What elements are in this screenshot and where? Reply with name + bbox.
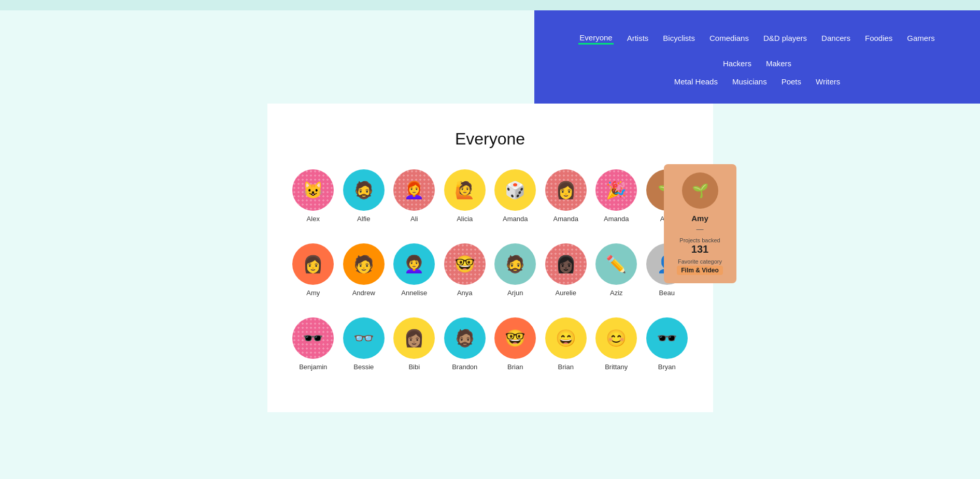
nav-item-dancers[interactable]: Dancers xyxy=(820,32,851,45)
nav-item-writers[interactable]: Writers xyxy=(815,75,841,88)
person-card[interactable]: ✏️ Aziz xyxy=(591,243,642,297)
person-name: Alfie xyxy=(357,215,370,223)
nav-item-hackers[interactable]: Hackers xyxy=(722,57,752,70)
projects-backed-label: Projects backed xyxy=(679,237,720,243)
people-row-1: 😺 Alex 🧔 Alfie 👩‍🦰 Ali xyxy=(288,169,692,223)
person-name: Amanda xyxy=(553,215,578,223)
nav-item-dandd-players[interactable]: D&D players xyxy=(762,32,808,45)
favorite-category-value: Film & Video xyxy=(677,266,722,275)
person-name: Amanda xyxy=(503,215,528,223)
person-name: Brian xyxy=(558,363,574,371)
person-name: Bibi xyxy=(408,363,420,371)
person-card[interactable]: 🧔 Alfie xyxy=(338,169,389,223)
person-name: Amy xyxy=(306,289,320,297)
nav-item-makers[interactable]: Makers xyxy=(765,57,792,70)
person-name: Bessie xyxy=(353,363,374,371)
nav-item-everyone[interactable]: Everyone xyxy=(578,31,613,45)
person-card-amy-selected[interactable]: 🌱 Amy 🌱 Amy — Projects backed 131 Favori… xyxy=(642,169,692,223)
projects-backed-value: 131 xyxy=(691,243,708,255)
person-name: Andrew xyxy=(352,289,375,297)
person-name: Annelise xyxy=(401,289,427,297)
person-name: Bryan xyxy=(658,363,676,371)
favorite-category-label: Favorite category xyxy=(678,258,722,265)
nav-item-poets[interactable]: Poets xyxy=(780,75,802,88)
nav-item-gamers[interactable]: Gamers xyxy=(906,32,935,45)
person-card[interactable]: 👩‍🦰 Ali xyxy=(389,169,440,223)
nav-item-artists[interactable]: Artists xyxy=(626,32,650,45)
person-card[interactable]: 🕶️ Bryan xyxy=(642,317,692,371)
person-card[interactable]: 👩‍🦱 Annelise xyxy=(389,243,440,297)
person-name: Aurelie xyxy=(556,289,576,297)
person-name: Brittany xyxy=(605,363,628,371)
header-banner: EveryoneArtistsBicyclistsComediansD&D pl… xyxy=(534,10,980,104)
person-card[interactable]: 👩🏽 Bibi xyxy=(389,317,440,371)
person-card[interactable]: 🕶️ Benjamin xyxy=(288,317,339,371)
person-card[interactable]: 🙋 Alicia xyxy=(439,169,490,223)
person-name: Aziz xyxy=(610,289,623,297)
nav-item-comedians[interactable]: Comedians xyxy=(708,32,750,45)
people-grid: 😺 Alex 🧔 Alfie 👩‍🦰 Ali xyxy=(288,169,692,371)
tooltip-dash: — xyxy=(697,225,704,233)
person-name: Brian xyxy=(507,363,523,371)
person-card[interactable]: 🎉 Amanda xyxy=(591,169,642,223)
person-name: Alicia xyxy=(457,215,473,223)
nav-item-foodies[interactable]: Foodies xyxy=(864,32,893,45)
page-title: Everyone xyxy=(288,129,692,149)
person-name: Brandon xyxy=(452,363,477,371)
tooltip-avatar: 🌱 xyxy=(682,172,718,209)
person-card[interactable]: 🧔 Arjun xyxy=(490,243,541,297)
person-name: Alex xyxy=(307,215,320,223)
person-name: Arjun xyxy=(507,289,523,297)
person-card[interactable]: 👩 Amy xyxy=(288,243,339,297)
person-card[interactable]: 👩 Amanda xyxy=(541,169,591,223)
person-name: Anya xyxy=(457,289,473,297)
person-card[interactable]: 🤓 Brian xyxy=(490,317,541,371)
person-card[interactable]: 😄 Brian xyxy=(541,317,591,371)
nav-item-metal-heads[interactable]: Metal Heads xyxy=(673,75,719,88)
person-card[interactable]: 🎲 Amanda xyxy=(490,169,541,223)
tooltip-name: Amy xyxy=(691,214,708,223)
people-row-2: 👩 Amy 🧑 Andrew 👩‍🦱 Annelise xyxy=(288,243,692,297)
person-name: Ali xyxy=(410,215,418,223)
person-card[interactable]: 👓 Bessie xyxy=(338,317,389,371)
person-card[interactable]: 😺 Alex xyxy=(288,169,339,223)
person-card[interactable]: 🤓 Anya xyxy=(439,243,490,297)
nav-row-1: EveryoneArtistsBicyclistsComediansD&D pl… xyxy=(565,31,949,70)
nav-row-2: Metal HeadsMusiciansPoetsWriters xyxy=(673,75,842,88)
people-row-3: 🕶️ Benjamin 👓 Bessie 👩🏽 Bibi xyxy=(288,317,692,371)
nav-item-bicyclists[interactable]: Bicyclists xyxy=(662,32,696,45)
person-name: Amanda xyxy=(604,215,629,223)
nav-item-musicians[interactable]: Musicians xyxy=(731,75,768,88)
person-card[interactable]: 👩🏿 Aurelie xyxy=(541,243,591,297)
person-card[interactable]: 😊 Brittany xyxy=(591,317,642,371)
person-card[interactable]: 🧔🏽 Brandon xyxy=(439,317,490,371)
navigation: EveryoneArtistsBicyclistsComediansD&D pl… xyxy=(565,31,949,88)
amy-tooltip-card: 🌱 Amy — Projects backed 131 Favorite cat… xyxy=(664,164,736,283)
person-name: Benjamin xyxy=(299,363,327,371)
person-name: Beau xyxy=(659,289,675,297)
person-card[interactable]: 🧑 Andrew xyxy=(338,243,389,297)
